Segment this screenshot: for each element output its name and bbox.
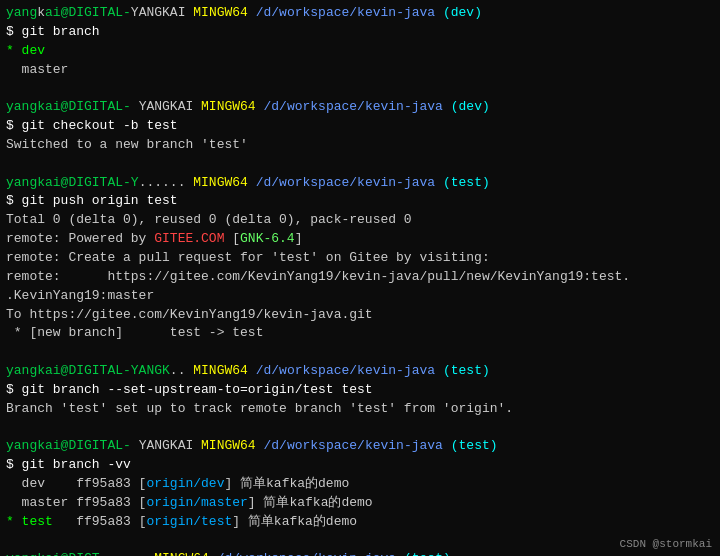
terminal-line: yangkai@DIGITAL- YANGKAI MINGW64 /d/work… (6, 98, 714, 117)
terminal-line (6, 79, 714, 98)
terminal-line: dev ff95a83 [origin/dev] 简单kafka的demo (6, 475, 714, 494)
terminal-line: $ git push origin test (6, 192, 714, 211)
terminal-line (6, 532, 714, 551)
terminal-line: $ git branch --set-upstream-to=origin/te… (6, 381, 714, 400)
terminal-line: master ff95a83 [origin/master] 简单kafka的d… (6, 494, 714, 513)
terminal-line (6, 343, 714, 362)
terminal-line: yangkai@DIGITAL-YANGKAI MINGW64 /d/works… (6, 4, 714, 23)
terminal-line (6, 155, 714, 174)
terminal-line: yangkai@DIGITAL-YANGK.. MINGW64 /d/works… (6, 362, 714, 381)
terminal-line: remote: Create a pull request for 'test'… (6, 249, 714, 268)
terminal-line: $ git branch -vv (6, 456, 714, 475)
terminal-line: $ git checkout -b test (6, 117, 714, 136)
terminal-line: Switched to a new branch 'test' (6, 136, 714, 155)
terminal-line: To https://gitee.com/KevinYang19/kevin-j… (6, 306, 714, 325)
prompt-user: yang (6, 5, 37, 20)
terminal-window: yangkai@DIGITAL-YANGKAI MINGW64 /d/works… (0, 0, 720, 556)
terminal-line: yangkai@DIGITAL- YANGKAI MINGW64 /d/work… (6, 437, 714, 456)
terminal-line: $ git branch (6, 23, 714, 42)
terminal-line (6, 419, 714, 438)
terminal-line: Branch 'test' set up to track remote bra… (6, 400, 714, 419)
terminal-line: .KevinYang19:master (6, 287, 714, 306)
terminal-line: remote: Powered by GITEE.COM [GNK-6.4] (6, 230, 714, 249)
terminal-line: Total 0 (delta 0), reused 0 (delta 0), p… (6, 211, 714, 230)
terminal-line: remote: https://gitee.com/KevinYang19/ke… (6, 268, 714, 287)
terminal-line: master (6, 61, 714, 80)
terminal-line: * dev (6, 42, 714, 61)
terminal-line: * test ff95a83 [origin/test] 简单kafka的dem… (6, 513, 714, 532)
terminal-line: * [new branch] test -> test (6, 324, 714, 343)
terminal-line: yangkai@DIGITAL-Y...... MINGW64 /d/works… (6, 174, 714, 193)
terminal-line: yangkai@DICT...... MINGW64 /d/workspace/… (6, 550, 714, 556)
watermark-label: CSDN @stormkai (620, 538, 712, 550)
